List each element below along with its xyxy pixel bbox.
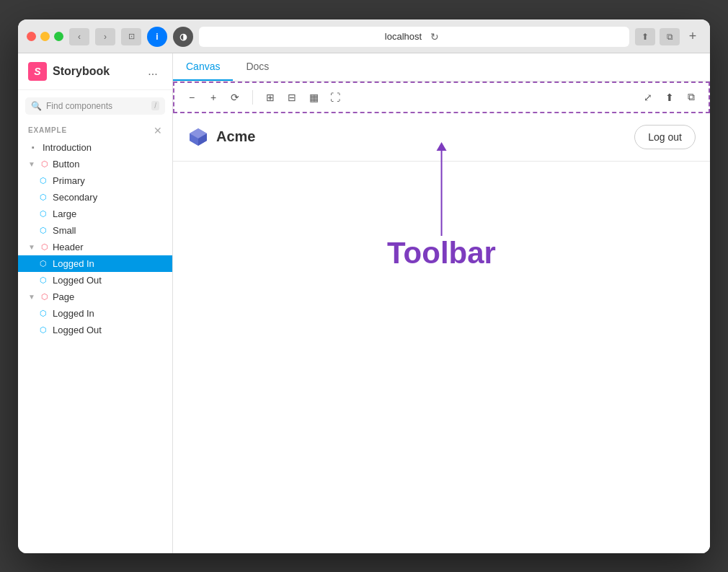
sidebar-item-label: Large <box>53 208 76 219</box>
extension-button[interactable]: ◑ <box>173 27 193 47</box>
sidebar-item-label: Secondary <box>53 192 97 203</box>
canvas-toolbar: − + ⟳ ⊞ ⊟ ▦ ⛶ ⤢ ⬆ ⧉ <box>173 82 710 113</box>
image-button[interactable]: ⊞ <box>260 87 280 107</box>
sidebar-title: Storybook <box>53 65 110 78</box>
minimize-button[interactable] <box>40 32 50 41</box>
sidebar-item-page-loggedout[interactable]: ⬡ Logged Out <box>18 322 172 338</box>
section-header: EXAMPLE ✕ <box>18 120 172 139</box>
traffic-lights <box>27 32 63 41</box>
sidebar-item-label: Logged In <box>53 258 94 269</box>
storybook-logo: S Storybook <box>28 62 110 81</box>
zoom-reset-button[interactable]: ⟳ <box>225 87 245 107</box>
search-bar[interactable]: 🔍 Find components / <box>25 97 165 115</box>
doc-icon: ▪ <box>28 142 38 152</box>
collapse-arrow-header: ▼ <box>28 243 35 251</box>
story-icon: ⬡ <box>38 308 48 318</box>
sidebar-item-label: Primary <box>53 175 85 186</box>
collapse-arrow-button: ▼ <box>28 160 35 168</box>
story-icon: ⬡ <box>38 225 48 235</box>
search-icon: 🔍 <box>31 101 42 111</box>
search-placeholder: Find components <box>46 101 147 111</box>
sidebar-item-button-large[interactable]: ⬡ Large <box>18 206 172 222</box>
fullscreen-button[interactable]: ⛶ <box>325 87 345 107</box>
sidebar-item-introduction[interactable]: ▪ Introduction <box>18 139 172 156</box>
table-button[interactable]: ▦ <box>303 87 324 107</box>
sidebar-group-page[interactable]: ▼ ⬡ Page <box>18 289 172 305</box>
address-bar[interactable]: localhost ↻ <box>199 27 629 47</box>
component-icon-button: ⬡ <box>40 159 50 169</box>
canvas-area: Acme Log out Toolbar <box>173 113 710 553</box>
story-icon: ⬡ <box>38 275 48 285</box>
sidebar-item-label: Page <box>53 291 74 302</box>
company-name: Acme <box>216 128 255 145</box>
sidebar-group-button[interactable]: ▼ ⬡ Button <box>18 156 172 172</box>
sidebar-item-header-loggedin[interactable]: ⬡ Logged In <box>18 255 172 272</box>
story-icon: ⬡ <box>38 208 48 219</box>
back-button[interactable]: ‹ <box>69 28 89 45</box>
section-close-icon[interactable]: ✕ <box>154 125 162 136</box>
url-text: localhost <box>385 31 422 42</box>
component-icon-header: ⬡ <box>40 242 50 252</box>
sidebar-item-label: Logged In <box>53 308 94 319</box>
section-label: EXAMPLE <box>28 126 67 134</box>
storybook-icon: S <box>28 62 47 81</box>
story-icon: ⬡ <box>38 175 48 185</box>
reload-button[interactable]: ↻ <box>426 28 443 45</box>
logout-button[interactable]: Log out <box>634 125 696 149</box>
grid-button[interactable]: ⊟ <box>282 87 302 107</box>
browser-window: ‹ › ⊡ i ◑ localhost ↻ ⬆ ⧉ + S Storybook … <box>18 19 710 553</box>
search-shortcut: / <box>151 101 159 110</box>
forward-button[interactable]: › <box>95 28 115 45</box>
share-icon-button[interactable]: ⬆ <box>660 87 680 107</box>
tab-bar: Canvas Docs <box>173 53 710 82</box>
sidebar-item-label: Header <box>53 242 84 252</box>
acme-cube-icon <box>187 126 209 148</box>
action-toolbar-group: ⤢ ⬆ ⧉ <box>638 87 701 107</box>
sidebar-group-header[interactable]: ▼ ⬡ Header <box>18 239 172 255</box>
annotation-arrow <box>440 149 442 236</box>
sidebar-item-label: Introduction <box>43 142 92 153</box>
view-toolbar-group: ⊞ ⊟ ▦ ⛶ <box>260 87 345 107</box>
tab-docs[interactable]: Docs <box>233 53 282 81</box>
preview-header: Acme Log out <box>173 113 710 162</box>
collapse-arrow-page: ▼ <box>28 293 35 301</box>
sidebar-item-label: Logged Out <box>53 325 102 335</box>
zoom-toolbar-group: − + ⟳ <box>182 87 245 107</box>
close-button[interactable] <box>27 32 36 41</box>
zoom-in-button[interactable]: + <box>203 87 223 107</box>
story-icon: ⬡ <box>38 192 48 202</box>
acme-logo: Acme <box>187 126 255 148</box>
zoom-out-button[interactable]: − <box>182 87 202 107</box>
toolbar-sep-1 <box>252 90 253 105</box>
copy-button[interactable]: ⧉ <box>681 87 701 107</box>
add-tab-button[interactable]: + <box>684 28 701 45</box>
sidebar-menu-button[interactable]: ... <box>143 62 162 81</box>
sidebar-item-label: Button <box>53 159 80 170</box>
tab-canvas[interactable]: Canvas <box>173 53 233 81</box>
sidebar-item-label: Small <box>53 225 76 236</box>
annotation-label: Toolbar <box>387 236 496 270</box>
sidebar-item-button-secondary[interactable]: ⬡ Secondary <box>18 189 172 206</box>
sidebar-item-button-small[interactable]: ⬡ Small <box>18 222 172 239</box>
sidebar-toggle-button[interactable]: ⊡ <box>121 28 141 45</box>
story-icon: ⬡ <box>38 258 48 268</box>
sidebar-item-header-loggedout[interactable]: ⬡ Logged Out <box>18 272 172 289</box>
new-tab-button[interactable]: ⧉ <box>660 28 680 45</box>
browser-toolbar-right: ⬆ ⧉ + <box>635 28 701 45</box>
sidebar: S Storybook ... 🔍 Find components / EXAM… <box>18 53 173 553</box>
main-content: S Storybook ... 🔍 Find components / EXAM… <box>18 53 710 553</box>
toolbar-annotation: Toolbar <box>387 149 496 270</box>
sidebar-header: S Storybook ... <box>18 53 172 90</box>
browser-chrome: ‹ › ⊡ i ◑ localhost ↻ ⬆ ⧉ + <box>18 19 710 53</box>
sidebar-item-button-primary[interactable]: ⬡ Primary <box>18 172 172 189</box>
story-icon: ⬡ <box>38 325 48 335</box>
right-panel: Canvas Docs − + ⟳ ⊞ ⊟ ▦ ⛶ ⤢ <box>173 53 710 553</box>
maximize-button[interactable] <box>54 32 63 41</box>
component-icon-page: ⬡ <box>40 291 50 302</box>
info-button[interactable]: i <box>147 27 167 47</box>
sidebar-item-page-loggedin[interactable]: ⬡ Logged In <box>18 305 172 322</box>
expand-button[interactable]: ⤢ <box>638 87 658 107</box>
sidebar-item-label: Logged Out <box>53 275 102 286</box>
share-button[interactable]: ⬆ <box>635 28 655 45</box>
